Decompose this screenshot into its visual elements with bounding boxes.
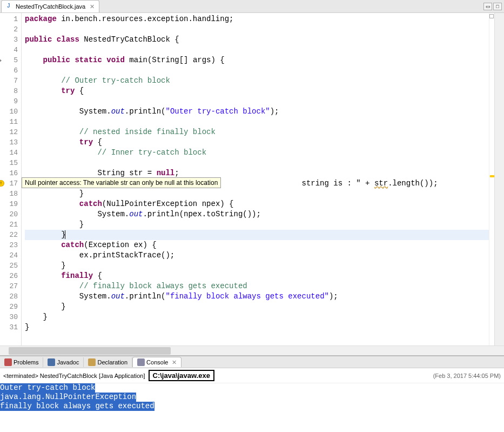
line-number: 21 (0, 220, 18, 230)
line-number: 12 (0, 127, 18, 137)
line-number: 2 (0, 24, 18, 35)
console-line[interactable]: Outer try-catch block (0, 383, 95, 393)
horizontal-scrollbar-thumb[interactable] (9, 347, 171, 355)
code-line[interactable]: System.out.println(npex.toString()); (25, 209, 489, 220)
code-line[interactable]: catch(Exception ex) { (25, 240, 489, 250)
tab-javadoc[interactable]: Javadoc (43, 357, 84, 367)
line-number: 15 (0, 158, 18, 168)
code-line[interactable]: } (25, 220, 489, 230)
console-line[interactable]: java.lang.NullPointerException (0, 393, 136, 402)
code-line[interactable]: } (25, 322, 489, 333)
console-header: <terminated> NestedTryCatchBlock [Java A… (0, 368, 504, 383)
console-exe-path: C:\java\javaw.exe (149, 370, 214, 381)
line-number: 18 (0, 189, 18, 199)
code-line[interactable]: // finally block always gets executed (25, 281, 489, 291)
close-icon[interactable]: ✕ (172, 359, 177, 366)
tab-label: Problems (14, 359, 38, 365)
horizontal-scrollbar[interactable] (0, 345, 504, 355)
code-line[interactable]: try { (25, 137, 489, 148)
code-line[interactable]: public class NestedTryCatchBlock { (25, 35, 489, 45)
code-line[interactable]: // Outer try-catch block (25, 76, 489, 86)
minimize-button[interactable]: ▭ (483, 3, 492, 10)
overview-warning-marker[interactable] (490, 175, 494, 177)
console-status: <terminated> NestedTryCatchBlock [Java A… (3, 373, 145, 379)
console-timestamp: (Feb 3, 2017 5:44:05 PM) (433, 373, 501, 379)
tab-problems[interactable]: Problems (0, 357, 43, 367)
code-line[interactable] (25, 45, 489, 55)
line-number: 19 (0, 199, 18, 209)
line-number: 14 (0, 148, 18, 158)
line-number: 20 (0, 209, 18, 220)
maximize-button[interactable]: □ (493, 3, 502, 10)
code-line[interactable]: System.out.println("Outer try-catch bloc… (25, 107, 489, 117)
console-icon (137, 358, 145, 366)
line-number: 7 (0, 76, 18, 86)
editor-tab-bar: NestedTryCatchBlock.java ✕ ▭ □ (0, 0, 504, 13)
line-number: 8 (0, 86, 18, 96)
tab-console[interactable]: Console✕ (132, 357, 182, 367)
tab-label: Declaration (97, 359, 127, 365)
code-line[interactable]: } (25, 189, 489, 199)
line-number: 29 (0, 302, 18, 312)
tab-declaration[interactable]: Declaration (84, 357, 132, 367)
line-number: 11 (0, 117, 18, 127)
code-line[interactable] (25, 96, 489, 107)
code-line[interactable] (25, 117, 489, 127)
line-number-gutter[interactable]: 1234567891011121314151617!18192021222324… (0, 13, 22, 345)
line-number: 27 (0, 281, 18, 291)
tab-label: Javadoc (57, 359, 79, 365)
java-file-icon (6, 3, 14, 10)
code-line[interactable]: ex.printStackTrace(); (25, 250, 489, 261)
line-number: 1 (0, 14, 18, 24)
code-line[interactable]: // nested inside finally block (25, 127, 489, 137)
line-number: 24 (0, 250, 18, 261)
console-line[interactable]: finally block always gets executed (0, 402, 154, 411)
code-line[interactable]: finally { (25, 271, 489, 281)
ide-window: NestedTryCatchBlock.java ✕ ▭ □ 123456789… (0, 0, 504, 432)
console-output[interactable]: Outer try-catch blockjava.lang.NullPoint… (0, 383, 504, 411)
hover-tooltip: Null pointer access: The variable str ca… (22, 177, 221, 188)
javadoc-icon (48, 358, 55, 366)
line-number: 10 (0, 107, 18, 117)
line-number: 5 (0, 55, 18, 65)
code-line[interactable]: } (25, 261, 489, 271)
line-number: 22 (0, 230, 18, 240)
code-line[interactable]: // Inner try-catch block (25, 148, 489, 158)
line-number: 23 (0, 240, 18, 250)
bottom-panel: ProblemsJavadocDeclarationConsole✕ <term… (0, 355, 504, 432)
tab-filename: NestedTryCatchBlock.java (16, 3, 85, 10)
close-icon[interactable]: ✕ (90, 3, 95, 10)
line-number: 26 (0, 271, 18, 281)
overview-status-icon (489, 14, 494, 18)
code-line[interactable]: catch(NullPointerException npex) { (25, 199, 489, 209)
bottom-tabs: ProblemsJavadocDeclarationConsole✕ (0, 356, 504, 368)
window-controls: ▭ □ (483, 3, 502, 10)
code-line[interactable] (25, 65, 489, 76)
code-line[interactable]: } (25, 302, 489, 312)
line-number: 25 (0, 261, 18, 271)
overview-ruler[interactable] (489, 13, 494, 345)
code-line[interactable] (25, 158, 489, 168)
code-line[interactable]: } (25, 230, 489, 240)
code-line[interactable]: System.out.println("finally block always… (25, 291, 489, 302)
code-line[interactable]: try { (25, 86, 489, 96)
code-line[interactable]: package in.bench.resources.exception.han… (25, 14, 489, 24)
line-number: 16 (0, 168, 18, 178)
code-line[interactable] (25, 24, 489, 35)
tab-label: Console (146, 359, 168, 365)
line-number: 28 (0, 291, 18, 302)
problems-icon (4, 358, 12, 366)
declaration-icon (88, 358, 96, 366)
editor-tab[interactable]: NestedTryCatchBlock.java ✕ (1, 0, 99, 12)
vertical-scrollbar[interactable] (494, 13, 504, 345)
line-number: 3 (0, 35, 18, 45)
line-number: 30 (0, 312, 18, 322)
warning-icon[interactable]: ! (0, 180, 4, 187)
line-number: 4 (0, 45, 18, 55)
line-number: 6 (0, 65, 18, 76)
line-number: 17! (0, 178, 18, 189)
code-line[interactable]: public static void main(String[] args) { (25, 55, 489, 65)
code-line[interactable]: } (25, 312, 489, 322)
line-number: 13 (0, 137, 18, 148)
line-number: 31 (0, 322, 18, 333)
